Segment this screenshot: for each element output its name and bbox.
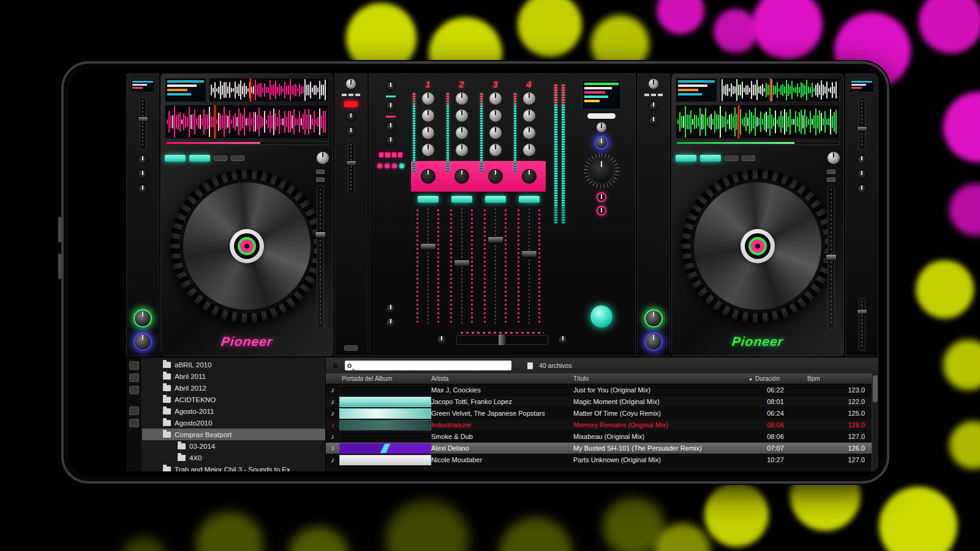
fx-knob[interactable] <box>138 184 148 194</box>
crossfader[interactable] <box>456 335 548 345</box>
filter-knob[interactable] <box>488 169 503 184</box>
fx-knob[interactable] <box>138 170 148 179</box>
beat-fx-knob[interactable] <box>649 101 658 111</box>
cue-button[interactable] <box>418 196 439 203</box>
cue-button[interactable] <box>676 155 696 162</box>
channel-fader[interactable] <box>488 208 503 325</box>
pitch-fader[interactable] <box>317 186 324 329</box>
channel-trim-slider[interactable] <box>348 141 355 194</box>
filter-knob[interactable] <box>522 169 537 184</box>
loop-out-button[interactable] <box>742 156 755 161</box>
prepare-view-icon[interactable] <box>129 419 139 427</box>
fx-knob[interactable] <box>857 170 867 179</box>
library-view-icon[interactable] <box>129 361 139 370</box>
xfader-assign-knob[interactable] <box>558 335 568 345</box>
channel-fader[interactable] <box>420 208 436 325</box>
gain-knob-blue[interactable] <box>644 332 663 351</box>
playlist-scrollbar[interactable] <box>872 373 878 471</box>
fx-knob[interactable] <box>138 155 148 165</box>
fx2-knob[interactable] <box>386 102 396 111</box>
trim-knob[interactable] <box>422 92 434 105</box>
folder-item[interactable]: Abril 2011 <box>142 370 325 382</box>
cue-button[interactable] <box>519 196 540 203</box>
panel-handle-icon[interactable] <box>332 362 339 369</box>
column-bpm[interactable]: Bpm <box>802 375 871 382</box>
master-cue-button[interactable] <box>590 305 612 328</box>
column-duration[interactable]: ▲ Duración <box>748 375 802 382</box>
column-title[interactable]: Título <box>573 375 748 382</box>
fx1-knob[interactable] <box>386 81 396 91</box>
jog-wheel[interactable] <box>681 170 834 323</box>
folder-item[interactable]: Agosto2010 <box>142 417 325 429</box>
headphone-level-knob[interactable] <box>386 318 396 328</box>
eq-low-knob[interactable] <box>523 144 535 156</box>
search-input[interactable] <box>354 362 509 369</box>
fx3-knob[interactable] <box>386 122 396 132</box>
master-level-dial[interactable] <box>584 153 619 189</box>
search-box[interactable] <box>345 361 511 370</box>
eq-low-knob[interactable] <box>456 144 468 156</box>
column-artist[interactable]: Artista <box>431 375 573 382</box>
sampler-knob[interactable] <box>595 136 608 149</box>
loop-in-button[interactable] <box>214 156 227 161</box>
needle-search-slider[interactable] <box>859 298 865 351</box>
eq-mid-knob[interactable] <box>422 127 434 139</box>
trim-knob[interactable] <box>649 79 658 89</box>
play-button[interactable] <box>700 155 721 162</box>
folder-item[interactable]: aBRIL 2010 <box>142 359 325 370</box>
browse-knob[interactable] <box>827 152 840 164</box>
play-button[interactable] <box>189 155 210 162</box>
folder-item[interactable]: ACIDTEKNO <box>142 394 325 405</box>
eq-mid-knob[interactable] <box>456 127 468 139</box>
channel-fader[interactable] <box>454 208 470 325</box>
filter-knob[interactable] <box>421 169 435 184</box>
track-row[interactable]: ♪ Max J, Coockies Just for You (Original… <box>326 384 878 396</box>
trim-knob[interactable] <box>456 92 468 105</box>
filter-knob-green[interactable] <box>134 309 152 328</box>
fx-knob[interactable] <box>857 184 867 194</box>
track-row[interactable]: ♪ Jacopo Totti, Franko Lopez Magic Momen… <box>326 396 878 408</box>
folder-item-selected[interactable]: Compras Beatport <box>142 429 325 440</box>
fx-on-led[interactable] <box>344 101 358 107</box>
folder-item[interactable]: Abril 2012 <box>142 382 325 394</box>
eq-mid-knob[interactable] <box>523 127 535 139</box>
gain-knob-blue[interactable] <box>134 332 152 351</box>
eq-hi-knob[interactable] <box>422 110 434 122</box>
column-art[interactable]: Portada del Álbum <box>339 375 431 382</box>
cue-button[interactable] <box>165 155 186 162</box>
history-view-icon[interactable] <box>129 407 139 415</box>
folder-view-icon[interactable] <box>129 373 139 382</box>
filter-knob[interactable] <box>454 169 469 184</box>
track-row-playing[interactable]: ♪ Industrialyzer Memory Remains (Origina… <box>326 419 878 431</box>
pitch-fader[interactable] <box>827 186 835 329</box>
loop-in-button[interactable] <box>725 156 738 161</box>
fx4-knob[interactable] <box>386 136 396 146</box>
filter-knob-green[interactable] <box>644 309 663 328</box>
tempo-range-button[interactable] <box>827 170 835 174</box>
eq-low-knob[interactable] <box>489 144 502 156</box>
track-row[interactable]: ♪ Nicole Moudaber Parts Unknown (Origina… <box>326 454 878 466</box>
trim-knob[interactable] <box>489 92 502 105</box>
folder-item[interactable]: 03-2014 <box>142 440 325 452</box>
jog-wheel[interactable] <box>170 170 323 323</box>
master-tempo-button[interactable] <box>827 178 835 182</box>
eq-low-knob[interactable] <box>422 144 434 156</box>
channel-fader[interactable] <box>521 208 537 325</box>
browse-knob[interactable] <box>317 152 329 164</box>
folder-item[interactable]: 4X0 <box>142 452 325 463</box>
trim-knob[interactable] <box>346 79 356 89</box>
headphone-mix-knob[interactable] <box>386 304 396 313</box>
track-row-selected[interactable]: ♪ Alexi Delano My Busted SH-101 (The Per… <box>326 443 878 454</box>
eq-hi-knob[interactable] <box>456 110 468 122</box>
cue-button[interactable] <box>451 196 472 203</box>
eq-hi-knob[interactable] <box>523 110 535 122</box>
eq-mid-knob[interactable] <box>489 127 502 139</box>
eq-hi-knob[interactable] <box>489 110 502 122</box>
trim-knob[interactable] <box>523 92 535 105</box>
fx-knob[interactable] <box>857 155 867 165</box>
folder-item[interactable]: Trab and Mejor Chil 3 - Sounds to Ex <box>142 463 325 471</box>
depth-knob[interactable] <box>346 127 356 137</box>
master-tempo-button[interactable] <box>316 178 325 182</box>
balance-knob[interactable] <box>597 192 606 202</box>
mic-level-knob[interactable] <box>597 206 606 216</box>
